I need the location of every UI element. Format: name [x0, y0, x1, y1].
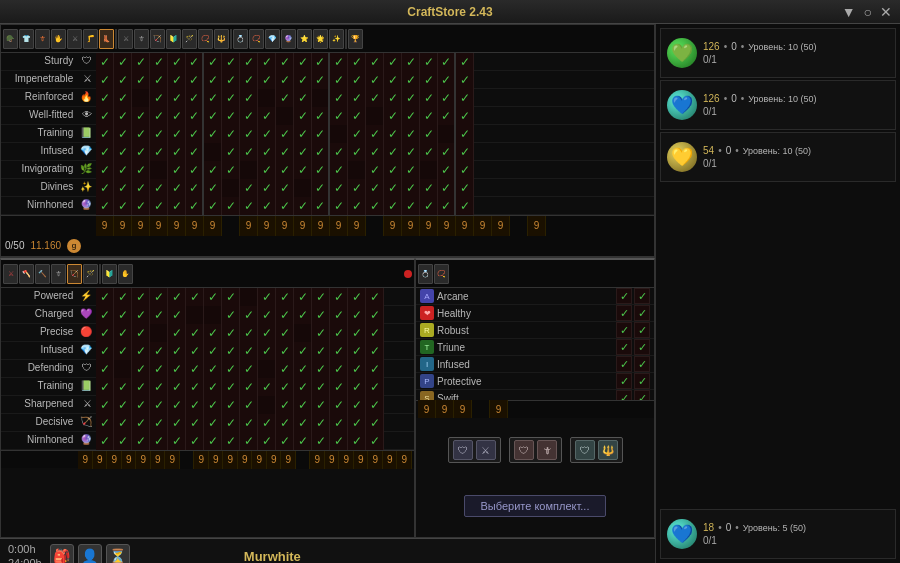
- check-cell[interactable]: ✓: [312, 197, 330, 215]
- check-cell[interactable]: ✓: [258, 53, 276, 71]
- check-cell[interactable]: ✓: [186, 179, 204, 197]
- check-cell[interactable]: ✓: [132, 306, 150, 324]
- check-cell[interactable]: ✓: [240, 179, 258, 197]
- check-cell[interactable]: ✓: [258, 179, 276, 197]
- check-cell[interactable]: ✓: [96, 53, 114, 71]
- check-cell[interactable]: ✓: [150, 414, 168, 432]
- check-cell[interactable]: ✓: [222, 71, 240, 89]
- check-cell[interactable]: ✓: [132, 197, 150, 215]
- check-cell[interactable]: ✓: [132, 432, 150, 450]
- check-cell[interactable]: ✓: [114, 161, 132, 179]
- check-cell[interactable]: ✓: [420, 197, 438, 215]
- check-cell[interactable]: ✓: [258, 414, 276, 432]
- check-cell[interactable]: ✓: [438, 197, 456, 215]
- check-cell[interactable]: [132, 89, 150, 107]
- staff-icon[interactable]: 🪄: [83, 264, 98, 284]
- j6-icon[interactable]: 🌟: [313, 29, 328, 49]
- check-cell[interactable]: ✓: [240, 89, 258, 107]
- check-cell[interactable]: ✓: [456, 125, 474, 143]
- check-cell[interactable]: ✓: [132, 378, 150, 396]
- check-cell[interactable]: ✓: [168, 288, 186, 306]
- check-cell[interactable]: ✓: [348, 378, 366, 396]
- check-cell[interactable]: ✓: [294, 342, 312, 360]
- hand-icon[interactable]: 🖐: [51, 29, 66, 49]
- check-cell[interactable]: ✓: [258, 342, 276, 360]
- check-cell[interactable]: ✓: [366, 306, 384, 324]
- check-cell[interactable]: ✓: [150, 197, 168, 215]
- check-cell[interactable]: ✓: [366, 71, 384, 89]
- w6-icon[interactable]: 📿: [198, 29, 213, 49]
- check-cell[interactable]: ✓: [312, 161, 330, 179]
- check-cell[interactable]: ✓: [294, 89, 312, 107]
- check-cell[interactable]: ✓: [186, 71, 204, 89]
- check-cell[interactable]: ✓: [330, 360, 348, 378]
- check-cell[interactable]: ✓: [168, 306, 186, 324]
- check-cell[interactable]: ✓: [168, 107, 186, 125]
- check-cell[interactable]: ✓: [348, 125, 366, 143]
- check-cell[interactable]: ✓: [348, 414, 366, 432]
- check-cell[interactable]: ✓: [132, 360, 150, 378]
- check-cell[interactable]: [276, 107, 294, 125]
- w2-icon[interactable]: 🗡: [134, 29, 149, 49]
- check-cell[interactable]: [294, 324, 312, 342]
- check-cell[interactable]: ✓: [294, 360, 312, 378]
- check-cell[interactable]: ✓: [96, 360, 114, 378]
- check-cell[interactable]: ✓: [186, 107, 204, 125]
- check-cell[interactable]: ✓: [114, 432, 132, 450]
- check-cell[interactable]: ✓: [222, 324, 240, 342]
- check-cell[interactable]: ✓: [366, 324, 384, 342]
- check-cell[interactable]: [114, 360, 132, 378]
- check-cell[interactable]: ✓: [114, 306, 132, 324]
- check-cell[interactable]: ✓: [348, 179, 366, 197]
- check-cell[interactable]: ✓: [132, 161, 150, 179]
- check-cell[interactable]: ✓: [258, 125, 276, 143]
- check-cell[interactable]: ✓: [150, 71, 168, 89]
- check-cell[interactable]: ✓: [348, 306, 366, 324]
- check-cell[interactable]: ✓: [240, 414, 258, 432]
- check-cell[interactable]: ✓: [456, 143, 474, 161]
- sidebar-item-2[interactable]: 💙 126 • 0 • Уровень: 10 (50) 0/1: [660, 80, 896, 130]
- check-cell[interactable]: ✓: [402, 89, 420, 107]
- w5-icon[interactable]: 🪄: [182, 29, 197, 49]
- check-cell[interactable]: ✓: [438, 53, 456, 71]
- check-cell[interactable]: ✓: [168, 432, 186, 450]
- check-cell[interactable]: ✓: [366, 161, 384, 179]
- check-cell[interactable]: ✓: [114, 324, 132, 342]
- sidebar-item-4[interactable]: 💙 18 • 0 • Уровень: 5 (50) 0/1: [660, 509, 896, 559]
- check-cell[interactable]: ✓: [258, 378, 276, 396]
- check-cell[interactable]: ✓: [186, 53, 204, 71]
- check-cell[interactable]: ✓: [348, 197, 366, 215]
- check-cell[interactable]: ✓: [634, 356, 650, 372]
- j5-icon[interactable]: ⭐: [297, 29, 312, 49]
- check-cell[interactable]: ✓: [384, 179, 402, 197]
- check-cell[interactable]: ✓: [186, 143, 204, 161]
- footer-char-icon[interactable]: 👤: [78, 544, 102, 563]
- check-cell[interactable]: ✓: [276, 143, 294, 161]
- check-cell[interactable]: ✓: [294, 306, 312, 324]
- check-cell[interactable]: ✓: [96, 414, 114, 432]
- check-cell[interactable]: ✓: [402, 53, 420, 71]
- check-cell[interactable]: ✓: [222, 143, 240, 161]
- check-cell[interactable]: ✓: [186, 342, 204, 360]
- check-cell[interactable]: ✓: [616, 322, 632, 338]
- check-cell[interactable]: ✓: [168, 360, 186, 378]
- check-cell[interactable]: ✓: [348, 360, 366, 378]
- check-cell[interactable]: ✓: [402, 107, 420, 125]
- check-cell[interactable]: ✓: [168, 161, 186, 179]
- check-cell[interactable]: ✓: [150, 143, 168, 161]
- check-cell[interactable]: ✓: [384, 197, 402, 215]
- check-cell[interactable]: ✓: [276, 378, 294, 396]
- check-cell[interactable]: ✓: [114, 288, 132, 306]
- check-cell[interactable]: ✓: [186, 324, 204, 342]
- w4-icon[interactable]: 🔰: [166, 29, 181, 49]
- check-cell[interactable]: ✓: [276, 396, 294, 414]
- check-cell[interactable]: ✓: [294, 143, 312, 161]
- check-cell[interactable]: ✓: [258, 197, 276, 215]
- e1-icon[interactable]: 🏆: [348, 29, 363, 49]
- check-cell[interactable]: ✓: [168, 125, 186, 143]
- check-cell[interactable]: ✓: [312, 360, 330, 378]
- check-cell[interactable]: ✓: [168, 143, 186, 161]
- check-cell[interactable]: ✓: [240, 107, 258, 125]
- check-cell[interactable]: ✓: [366, 378, 384, 396]
- check-cell[interactable]: ✓: [186, 396, 204, 414]
